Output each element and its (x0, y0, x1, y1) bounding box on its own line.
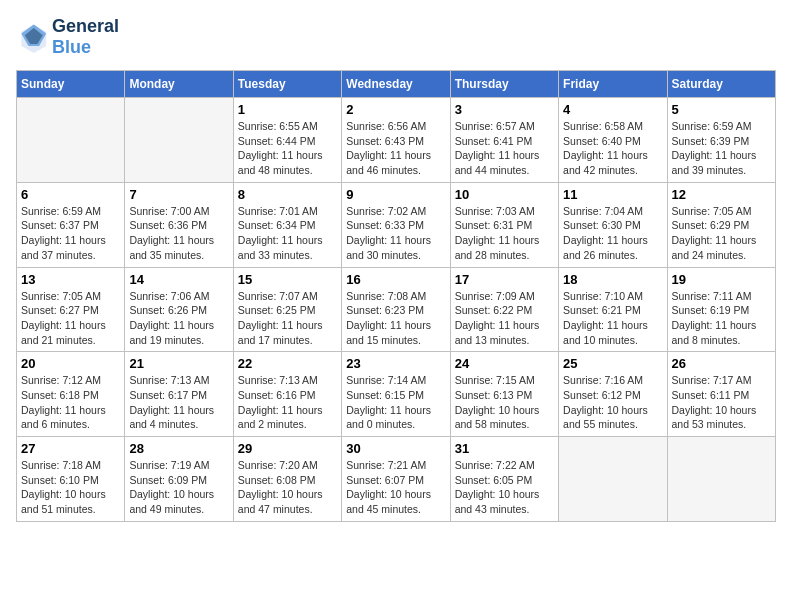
day-number: 29 (238, 441, 337, 456)
day-detail: Sunrise: 7:03 AMSunset: 6:31 PMDaylight:… (455, 204, 554, 263)
calendar-cell: 3Sunrise: 6:57 AMSunset: 6:41 PMDaylight… (450, 98, 558, 183)
day-detail: Sunrise: 7:07 AMSunset: 6:25 PMDaylight:… (238, 289, 337, 348)
day-number: 10 (455, 187, 554, 202)
calendar-cell: 17Sunrise: 7:09 AMSunset: 6:22 PMDayligh… (450, 267, 558, 352)
day-header-thursday: Thursday (450, 71, 558, 98)
calendar-cell: 28Sunrise: 7:19 AMSunset: 6:09 PMDayligh… (125, 437, 233, 522)
day-detail: Sunrise: 7:02 AMSunset: 6:33 PMDaylight:… (346, 204, 445, 263)
day-number: 31 (455, 441, 554, 456)
day-number: 11 (563, 187, 662, 202)
calendar-cell: 30Sunrise: 7:21 AMSunset: 6:07 PMDayligh… (342, 437, 450, 522)
day-number: 1 (238, 102, 337, 117)
day-number: 9 (346, 187, 445, 202)
day-detail: Sunrise: 6:55 AMSunset: 6:44 PMDaylight:… (238, 119, 337, 178)
day-header-sunday: Sunday (17, 71, 125, 98)
week-row-5: 27Sunrise: 7:18 AMSunset: 6:10 PMDayligh… (17, 437, 776, 522)
calendar-cell: 8Sunrise: 7:01 AMSunset: 6:34 PMDaylight… (233, 182, 341, 267)
day-number: 14 (129, 272, 228, 287)
week-row-3: 13Sunrise: 7:05 AMSunset: 6:27 PMDayligh… (17, 267, 776, 352)
day-number: 27 (21, 441, 120, 456)
calendar-cell: 16Sunrise: 7:08 AMSunset: 6:23 PMDayligh… (342, 267, 450, 352)
day-detail: Sunrise: 7:04 AMSunset: 6:30 PMDaylight:… (563, 204, 662, 263)
day-number: 8 (238, 187, 337, 202)
day-number: 3 (455, 102, 554, 117)
day-header-wednesday: Wednesday (342, 71, 450, 98)
day-number: 17 (455, 272, 554, 287)
day-detail: Sunrise: 7:06 AMSunset: 6:26 PMDaylight:… (129, 289, 228, 348)
calendar-cell: 19Sunrise: 7:11 AMSunset: 6:19 PMDayligh… (667, 267, 775, 352)
calendar-cell: 11Sunrise: 7:04 AMSunset: 6:30 PMDayligh… (559, 182, 667, 267)
day-detail: Sunrise: 6:57 AMSunset: 6:41 PMDaylight:… (455, 119, 554, 178)
day-number: 18 (563, 272, 662, 287)
day-header-tuesday: Tuesday (233, 71, 341, 98)
calendar-cell: 2Sunrise: 6:56 AMSunset: 6:43 PMDaylight… (342, 98, 450, 183)
day-detail: Sunrise: 7:11 AMSunset: 6:19 PMDaylight:… (672, 289, 771, 348)
day-detail: Sunrise: 7:05 AMSunset: 6:27 PMDaylight:… (21, 289, 120, 348)
days-header-row: SundayMondayTuesdayWednesdayThursdayFrid… (17, 71, 776, 98)
day-detail: Sunrise: 7:00 AMSunset: 6:36 PMDaylight:… (129, 204, 228, 263)
day-detail: Sunrise: 6:59 AMSunset: 6:39 PMDaylight:… (672, 119, 771, 178)
day-detail: Sunrise: 7:17 AMSunset: 6:11 PMDaylight:… (672, 373, 771, 432)
calendar-cell: 7Sunrise: 7:00 AMSunset: 6:36 PMDaylight… (125, 182, 233, 267)
day-number: 24 (455, 356, 554, 371)
day-detail: Sunrise: 7:15 AMSunset: 6:13 PMDaylight:… (455, 373, 554, 432)
day-detail: Sunrise: 6:59 AMSunset: 6:37 PMDaylight:… (21, 204, 120, 263)
calendar-cell: 20Sunrise: 7:12 AMSunset: 6:18 PMDayligh… (17, 352, 125, 437)
day-detail: Sunrise: 6:56 AMSunset: 6:43 PMDaylight:… (346, 119, 445, 178)
logo-text: General Blue (52, 16, 119, 58)
day-number: 5 (672, 102, 771, 117)
day-number: 15 (238, 272, 337, 287)
day-number: 21 (129, 356, 228, 371)
day-detail: Sunrise: 7:01 AMSunset: 6:34 PMDaylight:… (238, 204, 337, 263)
day-number: 7 (129, 187, 228, 202)
calendar-cell: 23Sunrise: 7:14 AMSunset: 6:15 PMDayligh… (342, 352, 450, 437)
calendar-cell (559, 437, 667, 522)
calendar-cell: 1Sunrise: 6:55 AMSunset: 6:44 PMDaylight… (233, 98, 341, 183)
day-detail: Sunrise: 7:22 AMSunset: 6:05 PMDaylight:… (455, 458, 554, 517)
week-row-2: 6Sunrise: 6:59 AMSunset: 6:37 PMDaylight… (17, 182, 776, 267)
calendar-cell: 24Sunrise: 7:15 AMSunset: 6:13 PMDayligh… (450, 352, 558, 437)
day-number: 25 (563, 356, 662, 371)
week-row-1: 1Sunrise: 6:55 AMSunset: 6:44 PMDaylight… (17, 98, 776, 183)
calendar-cell: 9Sunrise: 7:02 AMSunset: 6:33 PMDaylight… (342, 182, 450, 267)
day-detail: Sunrise: 6:58 AMSunset: 6:40 PMDaylight:… (563, 119, 662, 178)
calendar-table: SundayMondayTuesdayWednesdayThursdayFrid… (16, 70, 776, 522)
day-detail: Sunrise: 7:05 AMSunset: 6:29 PMDaylight:… (672, 204, 771, 263)
calendar-cell: 29Sunrise: 7:20 AMSunset: 6:08 PMDayligh… (233, 437, 341, 522)
logo-icon (16, 21, 48, 53)
day-detail: Sunrise: 7:18 AMSunset: 6:10 PMDaylight:… (21, 458, 120, 517)
day-number: 28 (129, 441, 228, 456)
day-detail: Sunrise: 7:08 AMSunset: 6:23 PMDaylight:… (346, 289, 445, 348)
day-detail: Sunrise: 7:12 AMSunset: 6:18 PMDaylight:… (21, 373, 120, 432)
calendar-cell: 21Sunrise: 7:13 AMSunset: 6:17 PMDayligh… (125, 352, 233, 437)
calendar-cell (667, 437, 775, 522)
day-detail: Sunrise: 7:14 AMSunset: 6:15 PMDaylight:… (346, 373, 445, 432)
day-number: 6 (21, 187, 120, 202)
day-header-monday: Monday (125, 71, 233, 98)
day-header-friday: Friday (559, 71, 667, 98)
calendar-cell (17, 98, 125, 183)
day-number: 19 (672, 272, 771, 287)
day-number: 12 (672, 187, 771, 202)
calendar-cell: 10Sunrise: 7:03 AMSunset: 6:31 PMDayligh… (450, 182, 558, 267)
logo: General Blue (16, 16, 119, 58)
day-number: 26 (672, 356, 771, 371)
day-number: 16 (346, 272, 445, 287)
calendar-cell: 14Sunrise: 7:06 AMSunset: 6:26 PMDayligh… (125, 267, 233, 352)
day-header-saturday: Saturday (667, 71, 775, 98)
day-detail: Sunrise: 7:10 AMSunset: 6:21 PMDaylight:… (563, 289, 662, 348)
day-detail: Sunrise: 7:21 AMSunset: 6:07 PMDaylight:… (346, 458, 445, 517)
calendar-cell: 18Sunrise: 7:10 AMSunset: 6:21 PMDayligh… (559, 267, 667, 352)
day-detail: Sunrise: 7:13 AMSunset: 6:17 PMDaylight:… (129, 373, 228, 432)
calendar-cell: 15Sunrise: 7:07 AMSunset: 6:25 PMDayligh… (233, 267, 341, 352)
calendar-cell (125, 98, 233, 183)
day-number: 30 (346, 441, 445, 456)
day-number: 4 (563, 102, 662, 117)
day-number: 2 (346, 102, 445, 117)
day-detail: Sunrise: 7:09 AMSunset: 6:22 PMDaylight:… (455, 289, 554, 348)
calendar-cell: 6Sunrise: 6:59 AMSunset: 6:37 PMDaylight… (17, 182, 125, 267)
day-number: 23 (346, 356, 445, 371)
day-detail: Sunrise: 7:16 AMSunset: 6:12 PMDaylight:… (563, 373, 662, 432)
calendar-cell: 26Sunrise: 7:17 AMSunset: 6:11 PMDayligh… (667, 352, 775, 437)
day-detail: Sunrise: 7:20 AMSunset: 6:08 PMDaylight:… (238, 458, 337, 517)
